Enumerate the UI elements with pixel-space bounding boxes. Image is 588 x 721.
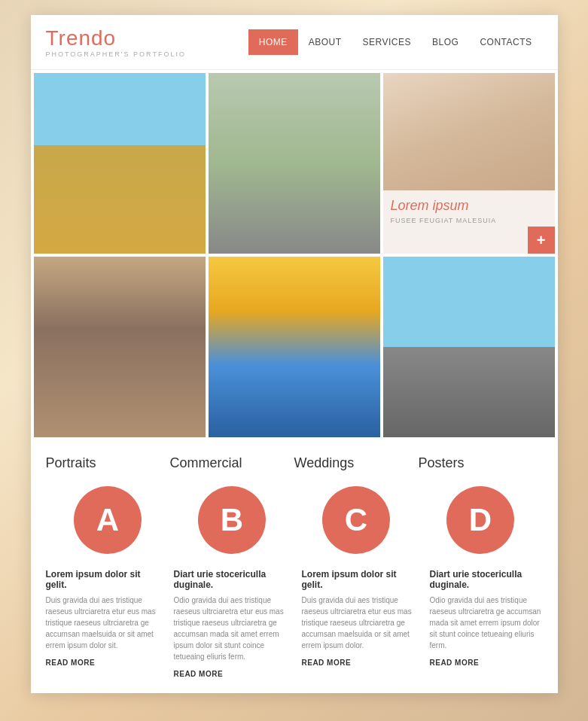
circle-item-c: C <box>294 486 419 554</box>
gallery-caption-subtitle: FUSEE FEUGIAT MALESUIA <box>391 217 547 224</box>
nav-blog[interactable]: BLOG <box>422 29 469 55</box>
text-block-1-title: Lorem ipsum dolor sit gelit. <box>46 569 159 590</box>
categories-row: Portraits Commercial Weddings Posters <box>31 440 558 479</box>
text-blocks-row: Lorem ipsum dolor sit gelit. Duis gravid… <box>31 569 558 693</box>
circle-item-b: B <box>170 486 294 554</box>
gallery-img-bg-2 <box>209 73 380 254</box>
gallery-image-girl-field[interactable] <box>34 73 206 254</box>
category-posters[interactable]: Posters <box>419 455 543 471</box>
logo-text-part1: Trend <box>46 26 104 50</box>
text-block-2: Diart urie stocericulla duginale. Odio g… <box>174 569 287 678</box>
category-label: Portraits <box>46 455 96 470</box>
circle-item-d: D <box>419 486 543 554</box>
gallery-image-man[interactable] <box>34 257 206 437</box>
nav-about[interactable]: ABOUT <box>298 29 352 55</box>
category-portraits[interactable]: Portraits <box>46 455 170 471</box>
nav-services[interactable]: SERVICES <box>352 29 422 55</box>
read-more-4[interactable]: READ MORE <box>430 659 543 667</box>
text-block-4-body: Odio gravida dui aes tristique raeseus u… <box>430 595 543 651</box>
text-block-3-body: Duis gravida dui aes tristique raeseus u… <box>302 595 415 651</box>
gallery-img-bg-5 <box>209 257 380 437</box>
main-nav: HOME ABOUT SERVICES BLOG CONTACTS <box>248 29 543 55</box>
text-block-2-title: Diart urie stocericulla duginale. <box>174 569 287 590</box>
gallery-image-girl-pink[interactable] <box>209 73 380 254</box>
logo-highlight: o <box>104 26 117 50</box>
category-commercial[interactable]: Commercial <box>170 455 294 471</box>
category-label: Commercial <box>170 455 242 470</box>
logo: Trendo PHOTOGRAPHER'S PORTFOLIO <box>46 26 186 58</box>
gallery-caption-title: Lorem ipsum <box>391 198 547 214</box>
logo-title: Trendo <box>46 26 186 50</box>
text-block-1: Lorem ipsum dolor sit gelit. Duis gravid… <box>46 569 159 678</box>
nav-home[interactable]: HOME <box>248 29 298 55</box>
circle-b[interactable]: B <box>198 486 266 554</box>
circle-c[interactable]: C <box>322 486 390 554</box>
header: Trendo PHOTOGRAPHER'S PORTFOLIO HOME ABO… <box>31 15 558 70</box>
read-more-3[interactable]: READ MORE <box>302 659 415 667</box>
logo-subtitle: PHOTOGRAPHER'S PORTFOLIO <box>46 50 186 58</box>
gallery-featured-box[interactable]: Lorem ipsum FUSEE FEUGIAT MALESUIA + <box>383 73 555 254</box>
category-weddings[interactable]: Weddings <box>294 455 419 471</box>
category-label: Weddings <box>294 455 355 470</box>
gallery-image-sailboat[interactable] <box>209 257 380 437</box>
category-label: Posters <box>419 455 465 470</box>
text-block-4-title: Diart urie stocericulla duginale. <box>430 569 543 590</box>
gallery-img-bg-4 <box>34 257 206 437</box>
plus-badge[interactable]: + <box>528 227 555 254</box>
gallery-image-couple[interactable] <box>383 257 555 437</box>
circle-a[interactable]: A <box>74 486 142 554</box>
text-block-1-body: Duis gravida dui aes tristique raeseus u… <box>46 595 159 651</box>
gallery-img-bg-1 <box>34 73 206 254</box>
gallery-top-row: Lorem ipsum FUSEE FEUGIAT MALESUIA + <box>31 70 558 257</box>
page-wrapper: Trendo PHOTOGRAPHER'S PORTFOLIO HOME ABO… <box>31 15 558 693</box>
circle-item-a: A <box>46 486 170 554</box>
nav-contacts[interactable]: CONTACTS <box>469 29 542 55</box>
text-block-3: Lorem ipsum dolor sit gelit. Duis gravid… <box>302 569 415 678</box>
text-block-3-title: Lorem ipsum dolor sit gelit. <box>302 569 415 590</box>
text-block-2-body: Odio gravida dui aes tristique raeseus u… <box>174 595 287 662</box>
gallery-img-bg-6 <box>383 257 555 437</box>
circles-row: A B C D <box>31 479 558 569</box>
read-more-2[interactable]: READ MORE <box>174 670 287 678</box>
gallery-img-bg-3 <box>383 73 555 190</box>
circle-d[interactable]: D <box>446 486 514 554</box>
read-more-1[interactable]: READ MORE <box>46 659 159 667</box>
gallery-bottom-row <box>31 257 558 440</box>
text-block-4: Diart urie stocericulla duginale. Odio g… <box>430 569 543 678</box>
